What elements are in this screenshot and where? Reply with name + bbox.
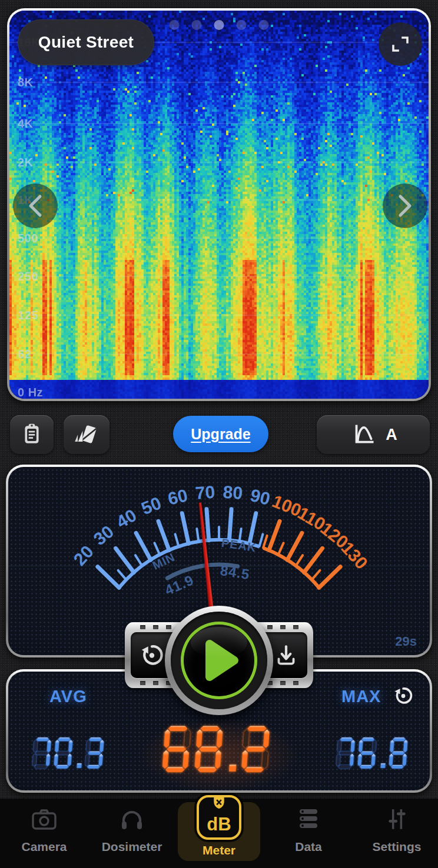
freq-label: 8K [18, 76, 34, 89]
reset-session-icon [138, 642, 165, 669]
download-icon [273, 642, 300, 669]
seven-segment-readout [330, 734, 416, 775]
freq-label: 62 [18, 348, 31, 361]
preset-name-label: Quiet Street [38, 33, 134, 52]
frequency-gridline [9, 82, 429, 83]
svg-text:40: 40 [113, 505, 140, 532]
expand-icon [389, 32, 412, 56]
freq-label: 4K [18, 117, 34, 131]
page-dot[interactable] [259, 20, 269, 30]
avg-value-display [26, 734, 112, 777]
weighting-curve-icon [349, 422, 377, 447]
shield-icon [213, 795, 225, 809]
svg-text:20: 20 [69, 542, 97, 569]
frequency-gridline [9, 353, 429, 355]
play-button[interactable] [165, 606, 273, 715]
frequency-gridline [9, 315, 429, 316]
page-dot[interactable] [192, 20, 202, 30]
frequency-gridline [9, 162, 429, 163]
tab-settings[interactable]: Settings [361, 802, 433, 861]
tab-data-label: Data [295, 840, 322, 854]
upgrade-button[interactable]: Upgrade [173, 416, 268, 452]
play-button-face [181, 622, 257, 699]
spectrogram-canvas[interactable] [9, 11, 429, 399]
sliders-icon [384, 807, 409, 832]
preset-name-pill[interactable]: Quiet Street [18, 19, 154, 65]
chevron-left-icon [25, 193, 45, 219]
freq-label: 250 [18, 270, 38, 283]
svg-text:50: 50 [138, 493, 164, 518]
gauge-scale-numbers: 2030405060708090100110120130 [69, 482, 371, 573]
frequency-weighting-button[interactable]: A [317, 415, 430, 454]
cards-icon [74, 422, 99, 448]
tab-meter[interactable]: dB Meter [178, 802, 260, 861]
meter-app-logo: dB [197, 795, 241, 840]
tab-dosimeter-label: Dosimeter [102, 840, 162, 854]
tab-camera-label: Camera [21, 840, 67, 854]
fullscreen-button[interactable] [379, 22, 422, 66]
svg-text:90: 90 [248, 485, 272, 509]
tab-meter-label: Meter [203, 843, 235, 857]
svg-text:70: 70 [195, 482, 216, 503]
svg-text:60: 60 [166, 485, 190, 509]
headphones-icon [118, 807, 145, 832]
elapsed-time: 29s [395, 634, 417, 649]
frequency-gridline [9, 276, 429, 277]
clipboard-icon [19, 422, 44, 447]
avg-label: AVG [49, 687, 87, 706]
frequency-gridline [9, 123, 429, 124]
gauge-peak-value: 84.5 [219, 562, 251, 582]
swipe-cards-button[interactable] [64, 415, 110, 454]
next-chevron-button[interactable] [383, 183, 427, 228]
data-stack-icon [296, 807, 321, 832]
tab-bar: Camera Dosimeter dB Meter [0, 799, 438, 868]
current-value-display [157, 722, 281, 782]
freq-label: 500 [18, 232, 38, 245]
frequency-gridline [9, 199, 429, 201]
weighting-letter: A [386, 426, 397, 444]
play-icon [197, 633, 247, 687]
freq-label: 2K [18, 156, 34, 169]
spectrogram-panel: 16K8K4K2K1K500250125620 Hz Quiet Street [7, 8, 431, 401]
page-dot[interactable] [237, 20, 247, 30]
page-indicator[interactable] [170, 20, 269, 30]
upgrade-label: Upgrade [191, 426, 250, 443]
gauge-min-label: MIN [150, 550, 177, 572]
camera-icon [31, 807, 58, 831]
tab-dosimeter[interactable]: Dosimeter [94, 802, 170, 861]
meter-logo-text: dB [207, 815, 231, 833]
tab-camera[interactable]: Camera [9, 802, 79, 861]
frequency-gridline [9, 238, 429, 239]
spectrogram-view[interactable]: 16K8K4K2K1K500250125620 Hz Quiet Street [9, 11, 429, 399]
notes-clipboard-button[interactable] [10, 415, 54, 454]
svg-text:80: 80 [223, 482, 244, 503]
tab-settings-label: Settings [373, 840, 422, 854]
page-dot-active[interactable] [214, 20, 224, 30]
freq-label: 0 Hz [18, 386, 43, 399]
tab-data[interactable]: Data [279, 802, 338, 861]
seven-segment-readout [26, 734, 112, 775]
freq-label: 125 [18, 309, 38, 322]
page-dot[interactable] [170, 20, 180, 30]
max-label: MAX [341, 687, 381, 706]
chevron-right-icon [395, 193, 415, 219]
max-value-display [330, 734, 416, 777]
play-button-ring [171, 612, 267, 709]
max-reset-button[interactable] [392, 685, 414, 707]
prev-chevron-button[interactable] [13, 183, 58, 228]
seven-segment-readout [157, 722, 281, 780]
svg-text:30: 30 [90, 522, 118, 549]
